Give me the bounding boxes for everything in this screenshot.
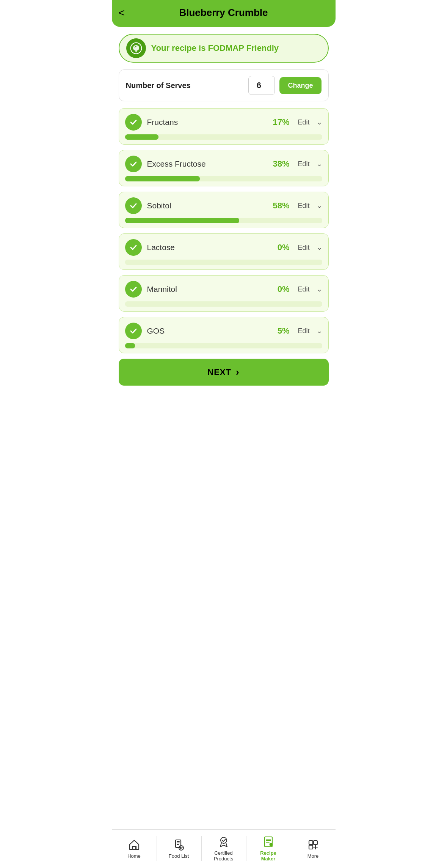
fodmap-item-name: Sobitol [147, 201, 268, 210]
fodmap-item-percent: 38% [273, 159, 289, 169]
fodmap-progress-bar-bg [125, 260, 322, 265]
main-content: Your recipe is FODMAP Friendly Number of… [112, 27, 336, 829]
nav-item-home[interactable]: Home [112, 833, 157, 864]
svg-rect-8 [314, 841, 317, 844]
fodmap-progress-bar-bg [125, 218, 322, 223]
chevron-down-icon: ⌄ [317, 327, 322, 335]
fodmap-item-name: Lactose [147, 243, 272, 252]
fodmap-item-name: Excess Fructose [147, 159, 268, 169]
fodmap-item-percent: 17% [273, 117, 289, 127]
serves-input[interactable] [248, 76, 275, 95]
svg-rect-9 [309, 845, 313, 849]
fodmap-progress-bar-fill [125, 176, 200, 181]
fodmap-item-percent: 0% [278, 284, 290, 294]
nav-label-recipe-maker: RecipeMaker [260, 850, 276, 862]
fodmap-item: Mannitol 0% Edit ⌄ [119, 275, 329, 312]
next-arrow-icon: › [236, 366, 240, 378]
certified-products-icon [217, 835, 231, 849]
change-serves-button[interactable]: Change [279, 77, 321, 94]
fodmap-item-percent: 5% [278, 326, 290, 336]
recipe-maker-icon [262, 835, 275, 849]
fodmap-item-edit-button[interactable]: Edit [298, 160, 309, 168]
fodmap-item-percent: 58% [273, 201, 289, 211]
fodmap-item: Excess Fructose 38% Edit ⌄ [119, 150, 329, 186]
check-icon [125, 239, 142, 256]
back-button[interactable]: < [119, 8, 125, 18]
food-list-icon [172, 838, 186, 852]
fodmap-banner: Your recipe is FODMAP Friendly [119, 34, 329, 63]
nav-item-recipe-maker[interactable]: RecipeMaker [246, 833, 291, 864]
next-button[interactable]: NEXT › [119, 359, 329, 386]
fodmap-progress-bar-bg [125, 301, 322, 307]
fodmap-item: Fructans 17% Edit ⌄ [119, 108, 329, 145]
serves-label: Number of Serves [126, 81, 244, 90]
fodmap-item: Lactose 0% Edit ⌄ [119, 233, 329, 270]
fodmap-progress-bar-bg [125, 176, 322, 181]
check-icon [125, 323, 142, 339]
chevron-down-icon: ⌄ [317, 118, 322, 126]
svg-rect-1 [133, 846, 136, 849]
fodmap-items-list: Fructans 17% Edit ⌄ Excess Fructose 38% … [119, 108, 329, 353]
fodmap-item-edit-button[interactable]: Edit [298, 285, 309, 293]
nav-item-food-list[interactable]: Food List [157, 833, 201, 864]
fodmap-item-percent: 0% [278, 243, 290, 252]
chevron-down-icon: ⌄ [317, 285, 322, 293]
fodmap-progress-bar-fill [125, 134, 158, 140]
fodmap-item: Sobitol 58% Edit ⌄ [119, 192, 329, 228]
fodmap-item: GOS 5% Edit ⌄ [119, 317, 329, 353]
header: < Blueberry Crumble [112, 0, 336, 27]
fodmap-progress-bar-bg [125, 134, 322, 140]
check-icon [125, 114, 142, 131]
fodmap-item-name: Fructans [147, 118, 268, 127]
fodmap-item-name: GOS [147, 326, 272, 336]
fodmap-item-edit-button[interactable]: Edit [298, 118, 309, 126]
fodmap-item-edit-button[interactable]: Edit [298, 244, 309, 252]
check-icon [125, 281, 142, 298]
nav-label-more: More [307, 853, 319, 859]
check-icon [125, 156, 142, 172]
nav-label-food-list: Food List [169, 853, 189, 859]
page-title: Blueberry Crumble [179, 7, 268, 19]
check-icon [125, 197, 142, 214]
fodmap-progress-bar-fill [125, 218, 240, 223]
serves-box: Number of Serves Change [119, 69, 329, 101]
fodmap-item-edit-button[interactable]: Edit [298, 327, 309, 335]
nav-item-certified-products[interactable]: CertifiedProducts [201, 833, 246, 864]
fodmap-banner-text: Your recipe is FODMAP Friendly [151, 43, 279, 53]
nav-item-more[interactable]: More [291, 833, 336, 864]
fodmap-item-name: Mannitol [147, 285, 272, 294]
more-icon [306, 838, 320, 852]
fodmap-progress-bar-bg [125, 343, 322, 348]
fodmap-progress-bar-fill [125, 343, 135, 348]
next-button-label: NEXT [207, 367, 231, 377]
nav-label-home: Home [127, 853, 141, 859]
fodmap-item-edit-button[interactable]: Edit [298, 202, 309, 210]
nav-label-certified-products: CertifiedProducts [214, 850, 233, 862]
chevron-down-icon: ⌄ [317, 160, 322, 168]
svg-rect-7 [309, 841, 313, 844]
fodmap-icon [126, 38, 146, 58]
chevron-down-icon: ⌄ [317, 202, 322, 210]
bottom-nav: Home Food List CertifiedProducts [112, 829, 336, 868]
svg-point-4 [221, 837, 227, 843]
chevron-down-icon: ⌄ [317, 243, 322, 252]
home-icon [127, 838, 141, 852]
